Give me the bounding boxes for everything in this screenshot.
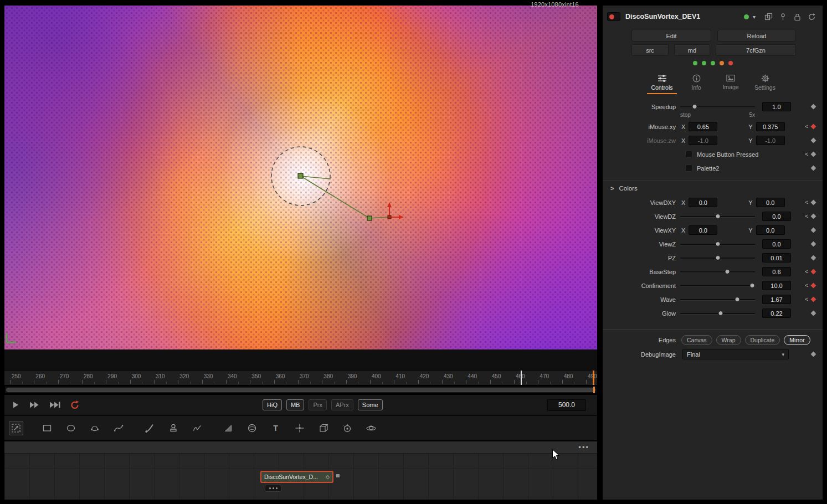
imouse-x-field[interactable]: 0.65 xyxy=(689,122,717,131)
merge-tool-button[interactable] xyxy=(221,421,235,435)
viewdxy-y-field[interactable]: 0.0 xyxy=(756,198,785,207)
keyframe-diamond-icon[interactable] xyxy=(811,124,816,130)
quality-button-some[interactable]: Some xyxy=(358,399,383,410)
cube-tool-button[interactable] xyxy=(316,421,331,435)
revert-chevron-icon[interactable]: < xyxy=(805,200,808,205)
float-window-icon[interactable] xyxy=(764,13,773,21)
camera-tool-button[interactable] xyxy=(340,421,355,435)
edges-option-mirror[interactable]: Mirror xyxy=(784,335,810,345)
glow-value-field[interactable]: 0.22 xyxy=(762,308,791,318)
text-tool-button[interactable]: T xyxy=(269,421,283,435)
palette2-checkbox[interactable] xyxy=(685,164,692,172)
imouse-z-field[interactable]: -1.0 xyxy=(689,136,717,145)
node-discosunvortex[interactable]: DiscoSunVortex_D... ◇ xyxy=(260,471,333,483)
glow-slider-handle[interactable] xyxy=(718,311,723,316)
loop-button[interactable] xyxy=(70,400,80,410)
revert-chevron-icon[interactable]: < xyxy=(805,283,808,289)
open-bezier-tool-button[interactable] xyxy=(111,421,126,435)
viewer[interactable] xyxy=(4,6,597,349)
edit-button[interactable]: Edit xyxy=(631,30,711,42)
brush-tool-button[interactable] xyxy=(142,421,157,435)
imouse-w-field[interactable]: -1.0 xyxy=(756,136,785,145)
viewz-slider-handle[interactable] xyxy=(715,241,720,246)
viewer-gizmo-overlay[interactable] xyxy=(4,6,597,349)
timeline-ruler[interactable]: 2502602702802903003103203303403503603703… xyxy=(4,370,597,385)
history-icon[interactable] xyxy=(808,13,816,21)
reload-button[interactable]: Reload xyxy=(717,30,796,42)
keyframe-diamond-icon[interactable] xyxy=(811,241,816,247)
quality-button-aprx[interactable]: APrx xyxy=(331,399,353,410)
keyframe-diamond-icon[interactable] xyxy=(811,228,816,233)
fast-forward-button[interactable] xyxy=(29,400,40,409)
keyframe-diamond-icon[interactable] xyxy=(811,104,816,110)
timeline-scrollbar[interactable] xyxy=(4,386,597,394)
keyframe-diamond-icon[interactable] xyxy=(811,200,816,205)
timeline-scrollbar-thumb[interactable] xyxy=(6,388,595,392)
keyframe-diamond-icon[interactable] xyxy=(811,214,816,219)
end-handle[interactable] xyxy=(367,216,372,220)
pz-slider[interactable] xyxy=(680,254,755,262)
rectangle-tool-button[interactable] xyxy=(40,421,54,435)
quality-button-prx[interactable]: Prx xyxy=(309,399,327,410)
viewdz-value-field[interactable]: 0.0 xyxy=(762,212,791,221)
revert-chevron-icon[interactable]: < xyxy=(805,214,808,219)
lock-icon[interactable] xyxy=(793,13,802,21)
edges-option-canvas[interactable]: Canvas xyxy=(681,335,712,345)
quality-button-mb[interactable]: MB xyxy=(286,399,305,410)
viewz-value-field[interactable]: 0.0 xyxy=(762,239,791,249)
node-color-indicator[interactable] xyxy=(607,12,620,21)
edges-option-wrap[interactable]: Wrap xyxy=(716,335,741,345)
mouse-button-pressed-checkbox[interactable] xyxy=(685,151,692,158)
keyframe-diamond-icon[interactable] xyxy=(811,255,816,261)
expand-chevron-icon[interactable]: > xyxy=(610,185,614,192)
viewxy-x-field[interactable]: 0.0 xyxy=(689,225,717,235)
overflow-menu-icon[interactable]: ••• xyxy=(578,443,589,451)
wave-slider[interactable] xyxy=(680,295,755,304)
tab-image[interactable]: Image xyxy=(716,73,746,94)
wave-value-field[interactable]: 1.67 xyxy=(762,295,791,304)
wave-slider-handle[interactable] xyxy=(734,297,739,302)
keyframe-diamond-icon[interactable] xyxy=(811,269,816,275)
skip-to-end-button[interactable] xyxy=(49,400,61,409)
confinement-slider-handle[interactable] xyxy=(749,283,754,288)
confinement-value-field[interactable]: 10.0 xyxy=(762,281,791,290)
bezier-tool-button[interactable] xyxy=(88,421,102,435)
tab-info[interactable]: Info xyxy=(681,73,711,94)
pz-slider-handle[interactable] xyxy=(715,255,720,260)
transform-tool-button[interactable] xyxy=(9,421,23,435)
imouse-y-field[interactable]: 0.375 xyxy=(756,122,785,131)
md-button[interactable]: md xyxy=(674,44,710,56)
basestep-slider-handle[interactable] xyxy=(725,269,730,274)
node-graph[interactable]: ••• DiscoSunVortex_D... ◇ xyxy=(4,441,597,500)
node-output-port[interactable] xyxy=(336,474,340,478)
sphere-tool-button[interactable] xyxy=(245,421,259,435)
basestep-value-field[interactable]: 0.6 xyxy=(762,267,791,276)
smear-tool-button[interactable] xyxy=(190,421,204,435)
keyframe-diamond-icon[interactable] xyxy=(811,352,816,357)
glow-slider[interactable] xyxy=(680,309,755,317)
keyframe-diamond-icon[interactable] xyxy=(811,283,816,289)
current-frame-field[interactable]: 500.0 xyxy=(547,399,586,411)
debugimage-dropdown[interactable]: Final ▾ xyxy=(682,349,789,359)
anchor-tool-button[interactable] xyxy=(292,421,307,435)
viewdz-slider[interactable] xyxy=(680,212,755,220)
revert-chevron-icon[interactable]: < xyxy=(805,269,808,275)
script-id-button[interactable]: 7cfGzn xyxy=(716,44,796,56)
keyframe-diamond-icon[interactable] xyxy=(811,311,816,316)
revert-chevron-icon[interactable]: < xyxy=(805,124,808,130)
axis-gizmo[interactable] xyxy=(387,202,404,219)
keyframe-diamond-icon[interactable] xyxy=(811,138,816,143)
keyframe-diamond-icon[interactable] xyxy=(811,297,816,302)
viewz-slider[interactable] xyxy=(680,240,755,248)
timeline-playhead[interactable] xyxy=(593,371,594,385)
edges-option-duplicate[interactable]: Duplicate xyxy=(745,335,780,345)
play-button[interactable] xyxy=(11,400,20,409)
speedup-value-field[interactable]: 1.0 xyxy=(762,102,791,111)
confinement-slider[interactable] xyxy=(680,281,755,290)
viewdxy-x-field[interactable]: 0.0 xyxy=(689,198,717,207)
quality-button-hiq[interactable]: HiQ xyxy=(263,399,282,410)
revert-chevron-icon[interactable]: < xyxy=(805,152,808,157)
center-handle[interactable] xyxy=(298,173,303,178)
pin-icon[interactable] xyxy=(779,13,787,21)
src-button[interactable]: src xyxy=(631,44,669,56)
